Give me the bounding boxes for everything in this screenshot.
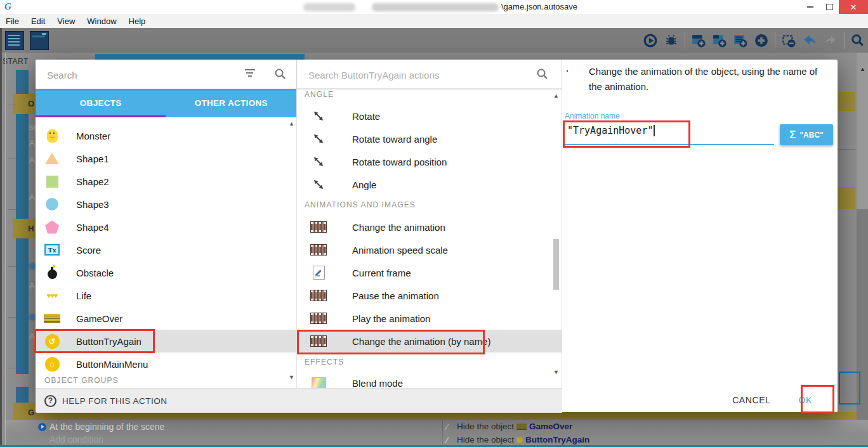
action-row-change-animation[interactable]: Change the animation xyxy=(297,216,562,238)
scroll-up-icon[interactable]: ▲ xyxy=(553,93,559,99)
try-again-button-icon: ↺ xyxy=(44,333,60,349)
add-comment-icon[interactable] xyxy=(733,33,748,48)
search-icon[interactable] xyxy=(536,68,549,81)
menu-bar: File Edit View Window Help xyxy=(0,14,868,29)
comment-row[interactable]: O xyxy=(13,94,36,114)
action-row-pause-animation[interactable]: Pause the animation xyxy=(297,284,562,307)
actions-panel: ANGLE Rotate Rotate toward angle Rotate … xyxy=(296,60,562,388)
restore-button[interactable] xyxy=(820,0,839,14)
event-indent-bar xyxy=(16,114,29,219)
remove-event-icon[interactable] xyxy=(781,33,796,48)
object-row-life[interactable]: ♥♥♥ Life xyxy=(36,284,296,307)
filmstrip-icon xyxy=(310,287,327,304)
bomb-icon xyxy=(44,264,60,281)
action-row-play-animation[interactable]: Play the animation xyxy=(297,307,562,330)
ok-button[interactable]: OK xyxy=(799,395,812,405)
scrollbar-thumb[interactable] xyxy=(553,239,559,290)
scroll-up-icon[interactable]: ▲ xyxy=(860,66,865,72)
action-row-rotate-toward-position[interactable]: Rotate toward position xyxy=(297,150,562,173)
event-action-row[interactable]: ⁄ Hide the object GameOver xyxy=(446,422,572,431)
search-icon[interactable] xyxy=(850,33,865,48)
tab-other-actions[interactable]: OTHER ACTIONS xyxy=(166,89,297,117)
expression-builder-button[interactable]: Σ "ABC" xyxy=(780,124,833,145)
menu-window[interactable]: Window xyxy=(87,16,116,26)
redacted-title-segment xyxy=(372,3,499,11)
window-edge xyxy=(0,28,2,447)
actions-search-bar xyxy=(297,60,562,89)
add-subevent-icon[interactable] xyxy=(712,33,727,48)
condition-text[interactable]: At the beginning of the scene xyxy=(49,422,164,432)
animation-name-input[interactable]: "TryAgainHover" xyxy=(567,122,655,139)
project-manager-icon[interactable] xyxy=(5,31,24,50)
empty-event-placeholder[interactable] xyxy=(839,372,860,405)
object-row-obstacle[interactable]: Obstacle xyxy=(36,261,296,284)
event-tick xyxy=(8,159,16,159)
event-indent-bar xyxy=(16,70,29,94)
add-event-icon[interactable] xyxy=(691,33,706,48)
scroll-down-icon[interactable]: ▼ xyxy=(553,369,559,375)
menu-file[interactable]: File xyxy=(6,16,19,26)
undo-icon[interactable] xyxy=(802,33,817,48)
object-row-shape3[interactable]: Shape3 xyxy=(36,193,296,216)
triangle-icon xyxy=(44,150,60,167)
object-row-shape1[interactable]: Shape1 xyxy=(36,147,296,170)
redo-icon[interactable] xyxy=(823,33,838,48)
add-condition-text[interactable]: Add condition xyxy=(49,434,103,444)
event-condition-row[interactable]: At the beginning of the scene xyxy=(6,420,868,434)
frame-page-icon xyxy=(310,264,327,281)
menu-view[interactable]: View xyxy=(57,16,75,26)
action-description: Change the animation of the object, usin… xyxy=(589,64,819,94)
clipped-text: A xyxy=(29,332,35,341)
close-button[interactable]: ✕ xyxy=(839,0,868,14)
object-row-gameover[interactable]: GameOver xyxy=(36,307,296,330)
search-icon[interactable] xyxy=(274,68,287,81)
object-row-shape2[interactable]: Shape2 xyxy=(36,170,296,193)
section-header-effects: EFFECTS xyxy=(305,358,344,366)
tryagain-mini-icon xyxy=(516,437,523,443)
object-row-shape4[interactable]: Shape4 xyxy=(36,216,296,238)
objects-search-input[interactable] xyxy=(46,67,232,83)
title-bar: G \game.json.autosave ✕ xyxy=(0,0,868,14)
event-indent-bar xyxy=(16,238,29,374)
active-tab-underline xyxy=(36,115,166,117)
scroll-up-icon[interactable]: ▲ xyxy=(289,120,294,127)
comment-row[interactable]: G xyxy=(13,403,36,420)
help-for-action-button[interactable]: HELP FOR THIS ACTION xyxy=(62,396,168,406)
debug-icon[interactable] xyxy=(664,33,679,48)
event-tick xyxy=(8,266,16,267)
filter-icon[interactable] xyxy=(245,69,256,78)
play-icon[interactable] xyxy=(643,33,658,48)
minimize-button[interactable] xyxy=(801,0,820,14)
add-circle-icon[interactable] xyxy=(754,33,769,48)
edit-action-icon: ⁄ xyxy=(446,436,452,444)
object-row-buttontryagain[interactable]: ↺ ButtonTryAgain xyxy=(36,330,296,353)
scroll-down-icon[interactable]: ▼ xyxy=(289,374,294,380)
scene-tab-label[interactable]: START xyxy=(3,57,29,66)
action-row-rotate[interactable]: Rotate xyxy=(297,105,562,127)
toolbar xyxy=(0,28,868,53)
tab-objects[interactable]: OBJECTS xyxy=(36,89,166,117)
action-row-change-animation-by-name[interactable]: Change the animation (by name) xyxy=(297,330,562,353)
object-row-score[interactable]: Tx Score xyxy=(36,238,296,261)
dialog-actions: CANCEL OK xyxy=(562,388,838,412)
scene-window-icon[interactable] xyxy=(30,31,49,50)
event-action-row[interactable]: ⁄ Hide the object ButtonTryAgain xyxy=(446,435,589,444)
object-row-buttonmainmenu[interactable]: ⌂ ButtonMainMenu xyxy=(36,353,296,375)
input-underline xyxy=(565,144,774,145)
clipped-text: A xyxy=(29,281,35,290)
event-tick xyxy=(8,368,16,368)
actions-search-input[interactable] xyxy=(307,67,519,83)
action-row-rotate-toward-angle[interactable]: Rotate toward angle xyxy=(297,127,562,150)
comment-row[interactable]: H xyxy=(13,219,36,238)
action-row-current-frame[interactable]: Current frame xyxy=(297,261,562,284)
object-row-monster[interactable]: Monster xyxy=(36,124,296,147)
action-row-animation-speed-scale[interactable]: Animation speed scale xyxy=(297,238,562,261)
action-row-angle[interactable]: Angle xyxy=(297,173,562,196)
cancel-button[interactable]: CANCEL xyxy=(732,395,770,405)
main-menu-button-icon: ⌂ xyxy=(44,356,60,372)
gameover-sprite-icon xyxy=(44,310,60,327)
object-groups-header: OBJECT GROUPS xyxy=(44,376,119,385)
event-add-condition-row[interactable]: Add condition xyxy=(6,434,868,445)
menu-edit[interactable]: Edit xyxy=(31,16,45,26)
menu-help[interactable]: Help xyxy=(129,16,146,26)
